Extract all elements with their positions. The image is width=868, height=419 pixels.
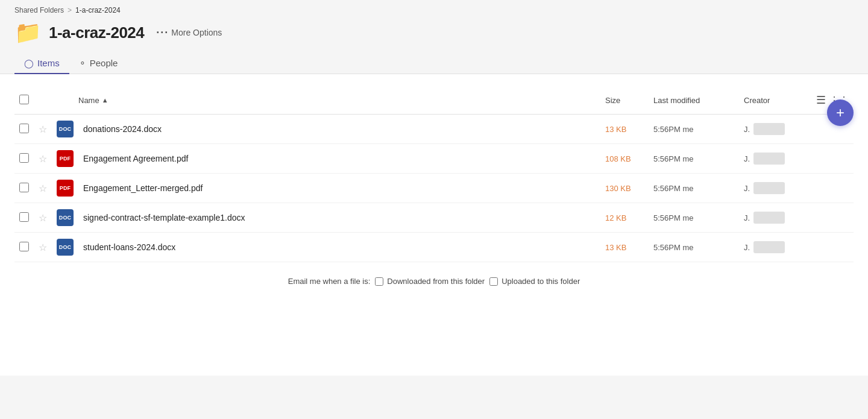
folder-header: 📁 1-a-craz-2024 ··· More Options xyxy=(14,22,854,43)
row-star-cell: ☆ xyxy=(34,203,52,233)
row-modified-cell: 5:56PM me xyxy=(649,203,739,233)
row-name-cell: student-loans-2024.docx xyxy=(78,233,600,262)
email-notification: Email me when a file is: Downloaded from… xyxy=(14,262,854,298)
row-checkbox-cell xyxy=(14,144,34,174)
row-name-cell: Engagement Agreement.pdf xyxy=(78,144,600,174)
star-icon-1[interactable]: ☆ xyxy=(39,154,47,164)
row-checkbox-2[interactable] xyxy=(19,183,29,192)
row-star-cell: ☆ xyxy=(34,115,52,144)
file-name-link-3[interactable]: signed-contract-sf-template-example1.doc… xyxy=(83,213,245,222)
star-icon-4[interactable]: ☆ xyxy=(39,242,47,253)
creator-avatar-3 xyxy=(753,212,785,224)
file-type-badge-2: PDF xyxy=(57,180,74,197)
table-row: ☆ DOC donations-2024.docx 13 KB 5:56PM m… xyxy=(14,115,854,144)
row-modified-cell: 5:56PM me xyxy=(649,115,739,144)
row-checkbox-3[interactable] xyxy=(19,212,29,222)
row-creator-cell: J. xyxy=(739,203,811,233)
row-star-cell: ☆ xyxy=(34,144,52,174)
header-name-col[interactable]: Name ▲ xyxy=(78,89,600,115)
file-name-link-0[interactable]: donations-2024.docx xyxy=(83,124,162,134)
header-type-col xyxy=(52,89,78,115)
row-creator-cell: J. xyxy=(739,233,811,262)
breadcrumb-parent[interactable]: Shared Folders xyxy=(14,6,64,14)
uploaded-checkbox[interactable] xyxy=(489,277,498,286)
folder-icon: 📁 xyxy=(14,22,42,43)
header-checkbox-col xyxy=(14,89,34,115)
creator-initial-0: J. xyxy=(744,125,750,134)
row-type-cell: PDF xyxy=(52,174,78,203)
table-row: ☆ DOC student-loans-2024.docx 13 KB 5:56… xyxy=(14,233,854,262)
creator-avatar-4 xyxy=(753,241,785,253)
row-creator-cell: J. xyxy=(739,174,811,203)
file-type-badge-4: DOC xyxy=(57,239,74,256)
row-size-cell: 108 KB xyxy=(600,144,649,174)
header-star-col xyxy=(34,89,52,115)
more-options-label: More Options xyxy=(171,28,222,37)
creator-initial-1: J. xyxy=(744,154,750,163)
creator-initial-2: J. xyxy=(744,184,750,193)
header-size-col[interactable]: Size xyxy=(600,89,649,115)
row-actions-cell xyxy=(811,233,854,262)
row-star-cell: ☆ xyxy=(34,174,52,203)
creator-avatar-2 xyxy=(753,182,785,194)
tab-people[interactable]: ⚬ People xyxy=(69,53,128,74)
row-type-cell: PDF xyxy=(52,144,78,174)
downloaded-label[interactable]: Downloaded from this folder xyxy=(375,277,485,286)
downloaded-checkbox[interactable] xyxy=(375,277,383,286)
content-area: + Name ▲ Size Last modified Creator xyxy=(0,74,868,376)
tab-people-label: People xyxy=(90,58,118,68)
star-icon-0[interactable]: ☆ xyxy=(39,124,47,134)
file-name-link-1[interactable]: Engagement Agreement.pdf xyxy=(83,154,188,163)
creator-avatar-0 xyxy=(753,123,785,135)
row-creator-cell: J. xyxy=(739,115,811,144)
tab-items-label: Items xyxy=(37,58,60,68)
table-row: ☆ PDF Engagement_Letter-merged.pdf 130 K… xyxy=(14,174,854,203)
breadcrumb-separator: > xyxy=(68,6,72,14)
sort-arrow-icon: ▲ xyxy=(102,96,108,104)
row-checkbox-1[interactable] xyxy=(19,153,29,163)
table-row: ☆ PDF Engagement Agreement.pdf 108 KB 5:… xyxy=(14,144,854,174)
row-creator-cell: J. xyxy=(739,144,811,174)
row-type-cell: DOC xyxy=(52,203,78,233)
file-name-link-2[interactable]: Engagement_Letter-merged.pdf xyxy=(83,183,203,193)
more-options-button[interactable]: ··· More Options xyxy=(151,24,227,42)
person-tab-icon: ⚬ xyxy=(79,58,86,68)
select-all-checkbox[interactable] xyxy=(19,95,29,104)
row-size-cell: 130 KB xyxy=(600,174,649,203)
folder-title: 1-a-craz-2024 xyxy=(49,24,144,42)
file-table: Name ▲ Size Last modified Creator ☰ ⋮⋮ xyxy=(14,89,854,262)
row-actions-cell xyxy=(811,174,854,203)
tab-items[interactable]: ◯ Items xyxy=(14,53,69,74)
row-size-cell: 13 KB xyxy=(600,233,649,262)
folder-tab-icon: ◯ xyxy=(24,58,34,68)
row-actions-cell xyxy=(811,203,854,233)
uploaded-label[interactable]: Uploaded to this folder xyxy=(489,277,580,286)
creator-initial-3: J. xyxy=(744,213,750,222)
breadcrumb: Shared Folders > 1-a-craz-2024 xyxy=(14,6,854,14)
add-button[interactable]: + xyxy=(827,99,854,126)
row-checkbox-4[interactable] xyxy=(19,242,29,251)
row-checkbox-0[interactable] xyxy=(19,124,29,133)
file-name-link-4[interactable]: student-loans-2024.docx xyxy=(83,242,175,252)
row-modified-cell: 5:56PM me xyxy=(649,174,739,203)
row-name-cell: donations-2024.docx xyxy=(78,115,600,144)
row-modified-cell: 5:56PM me xyxy=(649,233,739,262)
row-type-cell: DOC xyxy=(52,115,78,144)
breadcrumb-current: 1-a-craz-2024 xyxy=(75,6,121,14)
star-icon-2[interactable]: ☆ xyxy=(39,183,47,194)
uploaded-text: Uploaded to this folder xyxy=(502,277,580,286)
row-name-cell: Engagement_Letter-merged.pdf xyxy=(78,174,600,203)
row-size-cell: 12 KB xyxy=(600,203,649,233)
tabs-nav: ◯ Items ⚬ People xyxy=(14,53,854,74)
row-modified-cell: 5:56PM me xyxy=(649,144,739,174)
list-view-icon[interactable]: ☰ xyxy=(816,93,826,107)
file-type-badge-3: DOC xyxy=(57,209,74,226)
row-checkbox-cell xyxy=(14,115,34,144)
header-modified-col[interactable]: Last modified xyxy=(649,89,739,115)
star-icon-3[interactable]: ☆ xyxy=(39,213,47,223)
row-checkbox-cell xyxy=(14,233,34,262)
more-options-dots: ··· xyxy=(156,27,169,39)
header-creator-col[interactable]: Creator xyxy=(739,89,811,115)
row-actions-cell xyxy=(811,144,854,174)
downloaded-text: Downloaded from this folder xyxy=(387,277,485,286)
